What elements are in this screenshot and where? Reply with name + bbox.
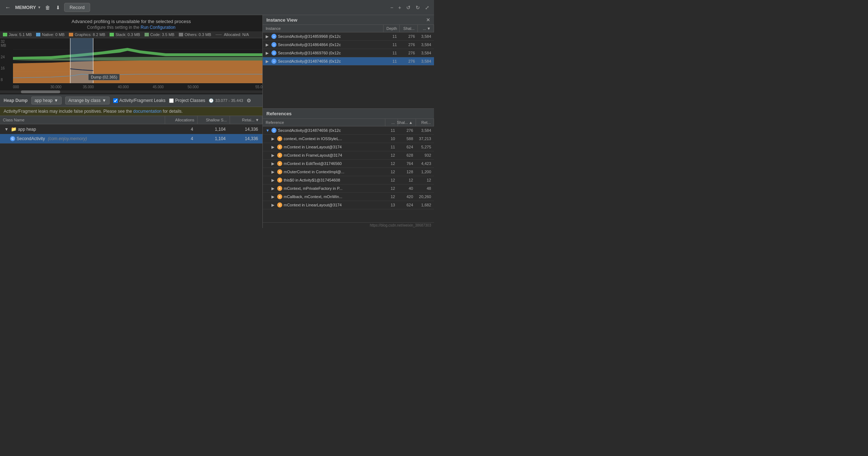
ref-ret-8: 20,260	[413, 195, 431, 199]
ith-shallow[interactable]: Shal...	[400, 25, 418, 32]
rth-shallow[interactable]: Shal... ▲	[398, 119, 416, 126]
ref-expand-0[interactable]: ▼	[266, 128, 271, 133]
legend-native: Native: 0 MB	[36, 32, 65, 37]
table-row-group-appheap: ▼ 📁 app heap 4 1,104 14,336 C SecondActi…	[0, 124, 262, 144]
svg-marker-6	[13, 61, 262, 83]
project-classes-checkbox[interactable]	[169, 98, 174, 103]
warning-bar: Activity/Fragment leaks may include fals…	[0, 107, 262, 116]
th-shallow-size[interactable]: Shallow S...	[198, 116, 230, 124]
ref-expand-2[interactable]: ▶	[271, 145, 277, 149]
ref-row[interactable]: ▶ f mContext in FrameLayout@3174 12 628 …	[263, 151, 434, 160]
chart-scrollbar[interactable]	[0, 90, 262, 93]
table-row[interactable]: C SecondActivity (com.enjoy.memory) 4 1,…	[0, 134, 262, 143]
ref-expand-6[interactable]: ▶	[271, 178, 277, 183]
ref-expand-4[interactable]: ▶	[271, 161, 277, 166]
instance-expand-0[interactable]: ▶	[266, 34, 271, 39]
dump-button[interactable]: ⬇	[54, 4, 62, 12]
ref-row[interactable]: ▶ f mContext in LinearLayout@3174 13 624…	[263, 201, 434, 209]
ith-depth[interactable]: Depth	[384, 25, 400, 32]
second-activity-package: (com.enjoy.memory)	[48, 136, 87, 141]
instance-view-close[interactable]: ✕	[426, 17, 430, 23]
ref-ret-7: 48	[413, 186, 431, 191]
legend-others: Others: 0.3 MB	[179, 32, 211, 37]
legend-others-dot	[179, 33, 183, 36]
ref-expand-7[interactable]: ▶	[271, 186, 277, 191]
class-icon: C	[10, 136, 15, 141]
ref-icon-7: f	[277, 186, 282, 191]
chart-scrollbar-thumb[interactable]	[21, 90, 60, 93]
th-allocations[interactable]: Allocations	[165, 116, 198, 124]
ref-shallow-8: 420	[395, 195, 413, 199]
ref-row[interactable]: ▶ f this$0 in Activity$1@317454608 12 12…	[263, 176, 434, 184]
instance-row[interactable]: ▶ i SecondActivity@314859968 (0x12c 11 2…	[263, 32, 434, 41]
ref-name-5: mOuterContext in ContextImpl@...	[284, 170, 382, 174]
ref-row[interactable]: ▼ i SecondActivity@314874656 (0x12c 11 2…	[263, 126, 434, 135]
instance-expand-3[interactable]: ▶	[266, 59, 271, 64]
ref-dots-5: 12	[382, 170, 395, 174]
ref-row[interactable]: ▶ f context, mContext in IOSStyleL... 10…	[263, 135, 434, 143]
instance-expand-1[interactable]: ▶	[266, 43, 271, 47]
ref-expand-9[interactable]: ▶	[271, 203, 277, 207]
ref-row[interactable]: ▶ f mContext, mPrivateFactory in P... 12…	[263, 184, 434, 193]
filter-icon[interactable]: ⚙	[247, 98, 251, 103]
legend-java-label: Java: 5.1 MB	[9, 32, 32, 37]
zoom-plus-button[interactable]: +	[397, 4, 403, 12]
instance-name-2: SecondActivity@314869760 (0x12c	[278, 51, 381, 55]
ref-name-1: context, mContext in IOSStyleL...	[284, 137, 382, 141]
ref-name-2: mContext in LinearLayout@3174	[284, 145, 382, 149]
forward-button[interactable]: ↻	[414, 4, 422, 12]
instance-name-1: SecondActivity@314864864 (0x12c	[278, 43, 381, 47]
ref-ret-2: 5,275	[413, 145, 431, 149]
delete-button[interactable]: 🗑	[43, 4, 52, 12]
ref-shallow-3: 628	[395, 153, 413, 157]
instance-row[interactable]: ▶ i SecondActivity@314864864 (0x12c 11 2…	[263, 41, 434, 49]
td-retain-sa: 14,336	[227, 135, 260, 142]
instance-shallow-0: 276	[397, 34, 415, 39]
legend-allocated-dash: ──	[216, 32, 222, 37]
chart-legend: Java: 5.1 MB Native: 0 MB Graphics: 8.2 …	[0, 31, 262, 38]
legend-graphics: Graphics: 8.2 MB	[69, 32, 105, 37]
run-config-link[interactable]: Run Configuration	[141, 25, 176, 30]
legend-allocated-label: Allocated: N/A	[224, 32, 249, 37]
ref-ret-3: 932	[413, 153, 431, 157]
ref-row[interactable]: ▶ f mContext in EditText@31746560 12 764…	[263, 160, 434, 168]
rth-reference[interactable]: Reference	[263, 119, 385, 126]
td-shallow-sa: 1,104	[195, 135, 227, 142]
rth-ret[interactable]: Ret...	[416, 119, 434, 126]
instance-shallow-1: 276	[397, 43, 415, 47]
ref-row[interactable]: ▶ f mOuterContext in ContextImpl@... 12 …	[263, 168, 434, 176]
rth-dots[interactable]: ...	[385, 119, 398, 126]
record-button[interactable]: Record	[64, 3, 90, 12]
chart-banner: Advanced profiling is unavailable for th…	[0, 15, 262, 31]
activity-leaks-checkbox[interactable]	[113, 98, 118, 103]
th-retain-size[interactable]: Retai... ▼	[230, 116, 262, 124]
instance-depth-2: 11	[381, 51, 397, 55]
th-class-name[interactable]: Class Name	[0, 116, 165, 124]
ref-expand-5[interactable]: ▶	[271, 170, 277, 174]
instance-row[interactable]: ▶ i SecondActivity@314869760 (0x12c 11 2…	[263, 49, 434, 57]
legend-code: Code: 3.5 MB	[145, 32, 174, 37]
ref-expand-8[interactable]: ▶	[271, 195, 277, 199]
instance-row[interactable]: ▶ i SecondActivity@314874656 (0x12c 11 2…	[263, 57, 434, 66]
ref-row[interactable]: ▶ f mCallback, mContext, mOnWin... 12 42…	[263, 193, 434, 201]
instance-expand-2[interactable]: ▶	[266, 51, 271, 55]
ref-expand-1[interactable]: ▶	[271, 137, 277, 141]
table-row[interactable]: ▼ 📁 app heap 4 1,104 14,336	[0, 124, 262, 134]
warning-title: Advanced profiling is unavailable for th…	[0, 19, 262, 25]
max-button[interactable]: ⤢	[423, 4, 431, 12]
memory-dropdown-icon[interactable]: ▼	[37, 5, 41, 9]
td-alloc-appheap: 4	[162, 126, 195, 133]
app-heap-dropdown[interactable]: app heap ▼	[31, 97, 62, 104]
arrange-by-dropdown[interactable]: Arrange by class ▼	[65, 97, 110, 104]
ref-name-9: mContext in LinearLayout@3174	[284, 203, 382, 207]
revert-button[interactable]: ↺	[404, 4, 412, 12]
ith-instance[interactable]: Instance	[263, 25, 384, 32]
ith-more[interactable]: ... ▼	[418, 25, 434, 32]
ref-shallow-6: 12	[395, 178, 413, 182]
ref-row[interactable]: ▶ f mContext in LinearLayout@3174 11 624…	[263, 143, 434, 151]
documentation-link[interactable]: documentation	[133, 109, 162, 114]
table-header: Class Name Allocations Shallow S... Reta…	[0, 116, 262, 124]
back-button[interactable]: ←	[3, 4, 13, 12]
zoom-minus-button[interactable]: −	[389, 4, 395, 12]
ref-expand-3[interactable]: ▶	[271, 153, 277, 158]
